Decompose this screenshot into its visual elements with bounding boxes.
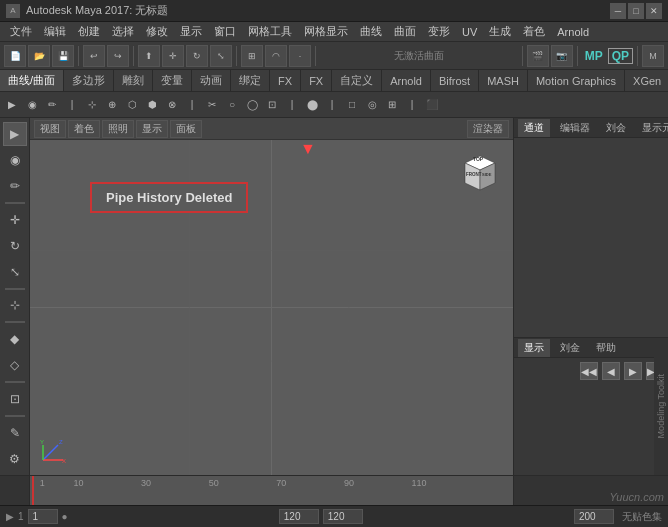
menu-deform[interactable]: 变形 bbox=[422, 22, 456, 41]
anim-end[interactable] bbox=[323, 509, 363, 524]
ico-subdiv[interactable]: ⬛ bbox=[422, 95, 442, 115]
ico-extrude[interactable]: ⬡ bbox=[122, 95, 142, 115]
menu-modify[interactable]: 修改 bbox=[140, 22, 174, 41]
tab-editor[interactable]: 编辑器 bbox=[554, 119, 596, 137]
menu-curves[interactable]: 曲线 bbox=[354, 22, 388, 41]
anim-range-end[interactable] bbox=[574, 509, 614, 524]
menu-mesh-tools[interactable]: 网格工具 bbox=[242, 22, 298, 41]
tool-rotate[interactable]: ↻ bbox=[3, 234, 27, 258]
tool-show-manip[interactable]: ⊹ bbox=[3, 294, 27, 318]
maximize-button[interactable]: □ bbox=[628, 3, 644, 19]
ico-snap[interactable]: ⊕ bbox=[102, 95, 122, 115]
viewport-canvas[interactable]: Pipe History Deleted TOP FRONT SIDE bbox=[30, 140, 513, 475]
ico-merge[interactable]: ⊗ bbox=[162, 95, 182, 115]
tool-snap-surface[interactable]: ◆ bbox=[3, 327, 27, 351]
vp-renderer[interactable]: 渲染器 bbox=[467, 120, 509, 138]
vp-panels[interactable]: 面板 bbox=[170, 120, 202, 138]
tb-select[interactable]: ⬆ bbox=[138, 45, 160, 67]
tab-fx1[interactable]: FX bbox=[270, 70, 301, 91]
ico-quad-draw[interactable]: □ bbox=[342, 95, 362, 115]
menu-select[interactable]: 选择 bbox=[106, 22, 140, 41]
tab-arnold[interactable]: Arnold bbox=[382, 70, 431, 91]
tab-custom[interactable]: 自定义 bbox=[332, 70, 382, 91]
timeline-playhead[interactable] bbox=[32, 476, 34, 505]
tab-polygon[interactable]: 多边形 bbox=[64, 70, 114, 91]
frame-input[interactable] bbox=[28, 509, 58, 524]
ico-loop[interactable]: ○ bbox=[222, 95, 242, 115]
menu-edit[interactable]: 编辑 bbox=[38, 22, 72, 41]
anim-start[interactable] bbox=[279, 509, 319, 524]
timeline-track[interactable]: 1 10 30 50 70 90 110 bbox=[30, 476, 513, 505]
tab-sculpt[interactable]: 雕刻 bbox=[114, 70, 153, 91]
tool-settings[interactable]: ⚙ bbox=[3, 447, 27, 471]
ico-lasso[interactable]: ◉ bbox=[22, 95, 42, 115]
ico-smooth[interactable]: ◎ bbox=[362, 95, 382, 115]
tool-move[interactable]: ✛ bbox=[3, 208, 27, 232]
menu-surfaces[interactable]: 曲面 bbox=[388, 22, 422, 41]
qp-button[interactable]: QP bbox=[608, 48, 633, 64]
menu-generate[interactable]: 生成 bbox=[483, 22, 517, 41]
tb-scale[interactable]: ⤡ bbox=[210, 45, 232, 67]
menu-shading[interactable]: 着色 bbox=[517, 22, 551, 41]
tool-snap-live[interactable]: ◇ bbox=[3, 353, 27, 377]
layer-add-btn[interactable]: ◀◀ bbox=[580, 362, 598, 380]
menu-display[interactable]: 显示 bbox=[174, 22, 208, 41]
ico-ring[interactable]: ◯ bbox=[242, 95, 262, 115]
tab-fx2[interactable]: FX bbox=[301, 70, 332, 91]
tab-curve-surface[interactable]: 曲线/曲面 bbox=[0, 70, 64, 91]
tab-help[interactable]: 帮助 bbox=[590, 339, 622, 357]
tb-new[interactable]: 📄 bbox=[4, 45, 26, 67]
tab-display-elem[interactable]: 显示元 bbox=[636, 119, 668, 137]
ico-move[interactable]: ⊹ bbox=[82, 95, 102, 115]
tool-lasso[interactable]: ◉ bbox=[3, 148, 27, 172]
tool-quad-draw[interactable]: ⊡ bbox=[3, 387, 27, 411]
tb-snap-point[interactable]: · bbox=[289, 45, 311, 67]
ico-select[interactable]: ▶ bbox=[2, 95, 22, 115]
tb-redo[interactable]: ↪ bbox=[107, 45, 129, 67]
vp-shading[interactable]: 着色 bbox=[68, 120, 100, 138]
tab-variable[interactable]: 变量 bbox=[153, 70, 192, 91]
tb-snap-grid[interactable]: ⊞ bbox=[241, 45, 263, 67]
menu-uv[interactable]: UV bbox=[456, 24, 483, 40]
tb-render[interactable]: 🎬 bbox=[527, 45, 549, 67]
vp-display[interactable]: 显示 bbox=[136, 120, 168, 138]
menu-window[interactable]: 窗口 bbox=[208, 22, 242, 41]
ico-mirror[interactable]: ⊞ bbox=[382, 95, 402, 115]
mp-button[interactable]: MP bbox=[582, 49, 606, 63]
tb-rotate[interactable]: ↻ bbox=[186, 45, 208, 67]
tool-paint[interactable]: ✏ bbox=[3, 174, 27, 198]
tab-binding[interactable]: 绑定 bbox=[231, 70, 270, 91]
tab-bifrost[interactable]: Bifrost bbox=[431, 70, 479, 91]
tb-open[interactable]: 📂 bbox=[28, 45, 50, 67]
tb-camera[interactable]: 📷 bbox=[551, 45, 573, 67]
tb-undo[interactable]: ↩ bbox=[83, 45, 105, 67]
menu-arnold[interactable]: Arnold bbox=[551, 24, 595, 40]
tab-anim-layer[interactable]: 刘金 bbox=[554, 339, 586, 357]
tool-scale[interactable]: ⤡ bbox=[3, 260, 27, 284]
ico-cut[interactable]: ✂ bbox=[202, 95, 222, 115]
tab-mash[interactable]: MASH bbox=[479, 70, 528, 91]
tool-annotation[interactable]: ✎ bbox=[3, 421, 27, 445]
layer-next-btn[interactable]: ▶ bbox=[624, 362, 642, 380]
vp-view[interactable]: 视图 bbox=[34, 120, 66, 138]
tb-snap-curve[interactable]: ◠ bbox=[265, 45, 287, 67]
vp-lighting[interactable]: 照明 bbox=[102, 120, 134, 138]
tab-animation[interactable]: 动画 bbox=[192, 70, 231, 91]
tab-display-layer[interactable]: 显示 bbox=[518, 339, 550, 357]
ico-target-weld[interactable]: ⬤ bbox=[302, 95, 322, 115]
menu-mesh-display[interactable]: 网格显示 bbox=[298, 22, 354, 41]
layer-prev-btn[interactable]: ◀ bbox=[602, 362, 620, 380]
close-button[interactable]: ✕ bbox=[646, 3, 662, 19]
tb-save[interactable]: 💾 bbox=[52, 45, 74, 67]
menu-file[interactable]: 文件 bbox=[4, 22, 38, 41]
tab-layer[interactable]: 刘会 bbox=[600, 119, 632, 137]
minimize-button[interactable]: ─ bbox=[610, 3, 626, 19]
ico-paint[interactable]: ✏ bbox=[42, 95, 62, 115]
tb-maya-classic[interactable]: M bbox=[642, 45, 664, 67]
ico-offset[interactable]: ⊡ bbox=[262, 95, 282, 115]
tb-move[interactable]: ✛ bbox=[162, 45, 184, 67]
tab-motion-graphics[interactable]: Motion Graphics bbox=[528, 70, 625, 91]
ico-bevel[interactable]: ⬢ bbox=[142, 95, 162, 115]
menu-create[interactable]: 创建 bbox=[72, 22, 106, 41]
tab-xgen[interactable]: XGen bbox=[625, 70, 668, 91]
